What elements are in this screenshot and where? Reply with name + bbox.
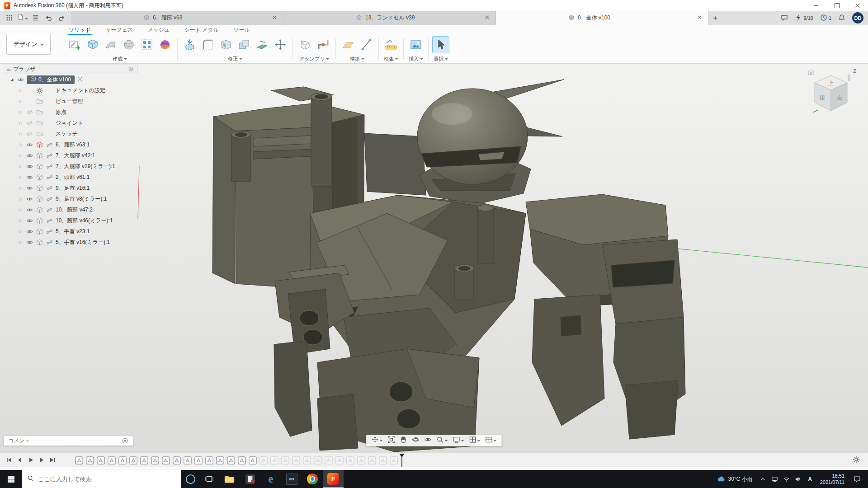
visibility-eye-icon[interactable]: [26, 108, 33, 116]
shell-button[interactable]: [218, 37, 234, 53]
timeline-feature-icon[interactable]: [292, 456, 301, 465]
taskbar-app-vix[interactable]: VIX: [281, 470, 302, 488]
timeline-feature-icon[interactable]: [172, 456, 181, 465]
create-loft-button[interactable]: [103, 37, 119, 53]
ime-mode-indicator[interactable]: A: [804, 476, 816, 483]
tab-close-icon[interactable]: [485, 15, 491, 21]
timeline-control-button[interactable]: [27, 456, 35, 464]
tray-chevron-up-icon[interactable]: [757, 476, 769, 483]
browser-item-row[interactable]: 9、足首 v16:1: [3, 183, 137, 193]
disclosure-icon[interactable]: [18, 88, 24, 93]
comment-expand-icon[interactable]: [122, 437, 128, 444]
undo-button[interactable]: [45, 14, 52, 22]
browser-item-row[interactable]: スケッチ: [3, 128, 137, 139]
timeline-feature-icon[interactable]: [216, 456, 225, 465]
tab-close-icon[interactable]: [272, 15, 278, 21]
taskbar-app-chrome[interactable]: [302, 470, 323, 488]
group-label-assemble[interactable]: アセンブリ: [299, 54, 329, 63]
visibility-eye-icon[interactable]: [26, 217, 33, 224]
job-status[interactable]: 9/10: [795, 14, 813, 22]
viewport-3d[interactable]: «« ブラウザ 0、全体 v100 ドキ: [0, 64, 868, 453]
redo-button[interactable]: [58, 14, 66, 22]
visibility-eye-icon[interactable]: [26, 141, 33, 148]
browser-item-row[interactable]: 7、大腿部 v42:1: [3, 150, 137, 161]
fillet-button[interactable]: [200, 37, 216, 53]
group-label-inspect[interactable]: 検査: [384, 54, 398, 63]
maximize-button[interactable]: [826, 0, 847, 11]
taskbar-app-edge[interactable]: [260, 470, 281, 488]
new-tab-button[interactable]: [708, 11, 722, 25]
cortana-button[interactable]: [181, 470, 200, 488]
browser-item-row[interactable]: 7、大腿部 v29(ミラー):1: [3, 161, 137, 172]
timeline-control-button[interactable]: [16, 456, 24, 464]
timeline-feature-icon[interactable]: [75, 456, 84, 465]
timeline-feature-icon[interactable]: [313, 456, 322, 465]
timeline-feature-icon[interactable]: [302, 456, 311, 465]
insert-canvas-button[interactable]: [408, 37, 424, 53]
nav-tool-button[interactable]: [398, 435, 410, 446]
timeline-feature-icon[interactable]: [129, 456, 138, 465]
create-sketch-button[interactable]: [66, 37, 83, 53]
nav-tool-button[interactable]: [434, 435, 450, 446]
timeline-feature-icon[interactable]: [205, 456, 214, 465]
taskbar-search-box[interactable]: [22, 470, 181, 488]
disclosure-icon[interactable]: [18, 175, 24, 179]
user-avatar[interactable]: DD: [852, 12, 863, 23]
timeline-feature-icon[interactable]: [161, 456, 170, 465]
browser-item-row[interactable]: 10、腕部 v46(ミラー):1: [3, 215, 137, 226]
timeline-feature-icon[interactable]: [259, 456, 268, 465]
disclosure-icon[interactable]: [18, 131, 24, 136]
timeline-settings-gear-icon[interactable]: [853, 456, 868, 465]
timeline-feature-icon[interactable]: [270, 456, 279, 465]
group-label-select[interactable]: 選択: [434, 54, 448, 63]
timeline-feature-icon[interactable]: [183, 456, 192, 465]
nav-tool-button[interactable]: [451, 435, 467, 446]
task-view-button[interactable]: [200, 470, 219, 488]
browser-item-row[interactable]: ビュー管理: [3, 96, 137, 107]
nav-tool-button[interactable]: [386, 435, 397, 446]
disclosure-icon[interactable]: [18, 197, 24, 201]
timeline-feature-icon[interactable]: [237, 456, 246, 465]
visibility-eye-icon[interactable]: [26, 239, 33, 246]
visibility-eye-icon[interactable]: [26, 119, 33, 127]
timeline-feature-icon[interactable]: [389, 456, 398, 465]
select-button[interactable]: [433, 37, 449, 53]
disclosure-icon[interactable]: [18, 218, 24, 223]
browser-item-row[interactable]: 10、腕部 v47:2: [3, 204, 137, 215]
visibility-eye-icon[interactable]: [26, 195, 33, 202]
visibility-eye-icon[interactable]: [26, 152, 33, 159]
taskbar-app-editor[interactable]: [240, 470, 260, 488]
new-component-button[interactable]: [297, 37, 313, 53]
group-label-create[interactable]: 作成: [113, 54, 127, 63]
file-menu-button[interactable]: [19, 14, 26, 22]
visibility-eye-icon[interactable]: [26, 184, 33, 192]
ribbon-tab[interactable]: シート メタル: [183, 26, 220, 35]
visibility-eye-icon[interactable]: [26, 174, 33, 181]
timeline-feature-icon[interactable]: [368, 456, 377, 465]
action-center-button[interactable]: [849, 475, 866, 483]
timeline-feature-icon[interactable]: [346, 456, 355, 465]
disclosure-icon[interactable]: [18, 240, 24, 244]
viewcube-home-icon[interactable]: [807, 68, 815, 75]
browser-item-row[interactable]: 5、手首 v16(ミラー):1: [3, 237, 137, 248]
timeline-feature-icon[interactable]: [357, 456, 366, 465]
disclosure-icon[interactable]: [18, 153, 24, 158]
disclosure-icon[interactable]: [18, 164, 24, 169]
browser-root-row[interactable]: 0、全体 v100: [3, 74, 137, 85]
split-button[interactable]: [254, 37, 270, 53]
ribbon-tab[interactable]: ソリッド: [68, 26, 92, 35]
timeline-feature-icon[interactable]: [378, 456, 387, 465]
app-grid-menu-icon[interactable]: [5, 14, 13, 22]
taskbar-app-fusion360[interactable]: [323, 470, 344, 488]
document-tab[interactable]: 0、全体 v100: [496, 11, 708, 25]
document-tab[interactable]: 13、ランドセル v39: [283, 11, 496, 25]
nav-tool-button[interactable]: [467, 435, 483, 446]
nav-tool-button[interactable]: [422, 435, 434, 446]
timeline-feature-icon[interactable]: [96, 456, 105, 465]
taskbar-app-explorer[interactable]: [219, 470, 240, 488]
disclosure-icon[interactable]: [18, 99, 24, 103]
browser-item-row[interactable]: 原点: [3, 107, 137, 117]
timeline-feature-icon[interactable]: [324, 456, 333, 465]
disclosure-icon[interactable]: [18, 186, 24, 190]
nav-tool-button[interactable]: [369, 435, 385, 446]
